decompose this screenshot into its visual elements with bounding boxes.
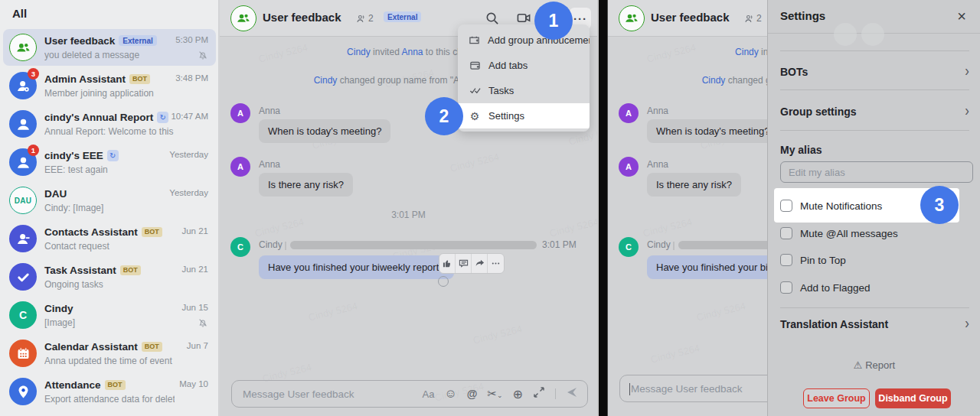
settings-row-group-settings[interactable]: Group settings: [780, 106, 857, 118]
sidebar-item-calendar-assistant[interactable]: Calendar AssistantBOT Anna updated the t…: [0, 334, 219, 372]
group-avatar-icon[interactable]: [619, 5, 645, 31]
anna-avatar[interactable]: A: [230, 103, 250, 123]
message-bubble[interactable]: When is today's meeting?: [647, 119, 767, 143]
settings-row-bots[interactable]: BOTs: [780, 66, 808, 78]
more-actions-icon[interactable]: [488, 254, 504, 273]
thumbs-up-icon[interactable]: [439, 254, 456, 273]
forward-icon[interactable]: [472, 254, 488, 273]
external-badge: External: [119, 35, 156, 46]
watermark: Cindy 5264: [307, 300, 358, 323]
add-to-flagged-row[interactable]: Add to Flagged: [780, 281, 871, 294]
message-action-toolbar: [439, 253, 505, 274]
chat-time: Yesterday: [169, 150, 208, 159]
person-icon: [15, 154, 31, 171]
cindy-avatar: C: [9, 301, 37, 329]
message-bubble[interactable]: When is today's meeting?: [259, 119, 390, 143]
name-separator: [673, 242, 675, 250]
chevron-right-icon[interactable]: ›: [965, 63, 969, 80]
message-input[interactable]: [620, 383, 767, 395]
sidebar-item-task-assistant[interactable]: Task AssistantBOT Ongoing tasks Jun 21: [0, 258, 219, 296]
alias-input[interactable]: [781, 162, 972, 182]
chat-preview: Member joining application: [44, 88, 175, 99]
close-icon[interactable]: ×: [952, 6, 972, 26]
chat-name: Calendar Assistant: [44, 341, 138, 353]
cindy-avatar[interactable]: C: [230, 237, 250, 257]
message-input[interactable]: [232, 388, 423, 400]
comment-icon[interactable]: [456, 254, 472, 273]
expand-composer-icon[interactable]: [533, 386, 545, 401]
report-link[interactable]: ⚠ Report: [768, 359, 980, 371]
chat-preview: Contact request: [44, 241, 175, 252]
anna-avatar[interactable]: A: [619, 103, 639, 123]
calendar-icon: [15, 346, 31, 362]
chat-title: User feedback: [263, 11, 341, 24]
add-attachment-icon[interactable]: ⊕: [513, 387, 523, 401]
member-count[interactable]: 2: [356, 13, 374, 24]
checkbox[interactable]: [780, 254, 792, 266]
message-bubble[interactable]: Have you finished your biweekly report?: [259, 255, 454, 279]
system-message: Cindy changed group name from "Anna, Cin…: [608, 75, 767, 86]
screenshot-scissors-icon[interactable]: ✂⌄: [487, 387, 502, 401]
chat-panel-after: Cindy 5264 Cindy 5264 Cindy 5264 Cindy 5…: [607, 0, 767, 416]
checkbox[interactable]: [780, 227, 792, 239]
group-avatar-icon[interactable]: [230, 5, 256, 31]
member-count[interactable]: 2: [744, 13, 762, 24]
time-divider: 3:01 PM: [608, 210, 767, 220]
pin-to-top-row[interactable]: Pin to Top: [780, 254, 846, 266]
message-composer: Aa ☺ @ ✂⌄ ⊕: [231, 380, 588, 408]
menu-item-tasks[interactable]: Tasks: [458, 78, 590, 103]
sidebar-item-admin-assistant[interactable]: 3 Admin AssistantBOT Member joining appl…: [0, 67, 219, 105]
settings-panel: Settings × BOTs › Group settings › My al…: [767, 0, 980, 416]
chat-name: Cindy: [44, 303, 74, 314]
translation-assistant-row[interactable]: Translation Assistant: [780, 318, 888, 330]
message-bubble[interactable]: Is there any risk?: [647, 173, 741, 197]
message-time: 3:01 PM: [542, 239, 577, 250]
mute-all-messages-row[interactable]: Mute @All messages: [780, 227, 898, 239]
people-icon: [624, 11, 639, 26]
sender-name: Anna: [259, 106, 280, 116]
menu-item-add-tabs[interactable]: Add tabs: [458, 53, 590, 78]
checkbox[interactable]: [780, 200, 792, 212]
bot-badge: BOT: [120, 265, 141, 275]
chat-preview: Annual Report: Welcome to this Help ...: [44, 126, 175, 137]
emoji-icon[interactable]: ☺: [444, 387, 456, 401]
chat-preview: [Image]: [44, 317, 175, 328]
font-style-icon[interactable]: Aa: [423, 388, 435, 400]
anna-avatar[interactable]: A: [230, 157, 250, 177]
bot-avatar-icon: [9, 378, 37, 405]
bot-badge: BOT: [129, 74, 150, 84]
select-message-radio[interactable]: [438, 276, 449, 287]
sidebar-item-cindy[interactable]: C Cindy [Image] Jun 15: [0, 296, 219, 334]
menu-item-add-group-announcements[interactable]: Add group annoucements: [458, 28, 590, 53]
sidebar-item-user-feedback[interactable]: User feedbackExternal you deleted a mess…: [0, 28, 219, 67]
cindy-avatar[interactable]: C: [619, 237, 639, 257]
bot-avatar-icon: [9, 225, 37, 252]
sidebar-item-dau[interactable]: DAU DAU Cindy: [Image] Yesterday: [0, 181, 219, 219]
checkbox[interactable]: [780, 281, 792, 294]
chat-time: 3:48 PM: [175, 73, 208, 83]
chat-filter-title[interactable]: All: [12, 7, 27, 20]
message-bubble[interactable]: Have you finished your biweekly report?: [647, 255, 767, 279]
mention-icon[interactable]: @: [467, 388, 478, 400]
message-composer: [619, 375, 767, 402]
leave-group-button[interactable]: Leave Group: [803, 388, 870, 408]
text-caret: [629, 383, 630, 395]
sidebar-item-contacts-assistant[interactable]: Contacts AssistantBOT Contact request Ju…: [0, 219, 219, 258]
menu-item-settings[interactable]: ⚙ Settings: [458, 103, 590, 128]
sidebar-item-cindys-annual-report[interactable]: cindy's Annual Report↻ Annual Report: We…: [0, 105, 219, 143]
sidebar-item-attendance[interactable]: AttendanceBOT Export attendance data for…: [0, 372, 219, 411]
anna-avatar[interactable]: A: [619, 157, 639, 177]
sidebar-item-cindys-eee[interactable]: 1 cindy's EEE↻ EEE: test again Yesterday: [0, 143, 219, 181]
gear-icon: ⚙: [469, 110, 481, 122]
chat-title: User feedback: [651, 11, 730, 24]
send-icon[interactable]: [566, 386, 578, 401]
mute-notifications-row[interactable]: Mute Notifications: [780, 200, 882, 212]
chevron-right-icon[interactable]: ›: [965, 315, 969, 333]
member-avatar-peek: [861, 23, 884, 46]
external-badge: External: [384, 11, 421, 22]
message-bubble[interactable]: Is there any risk?: [259, 173, 353, 197]
announcement-icon: [469, 34, 480, 47]
chat-preview: Anna updated the time of event “Biw...: [44, 356, 175, 366]
chevron-right-icon[interactable]: ›: [965, 102, 969, 120]
disband-group-button[interactable]: Disband Group: [875, 388, 951, 408]
